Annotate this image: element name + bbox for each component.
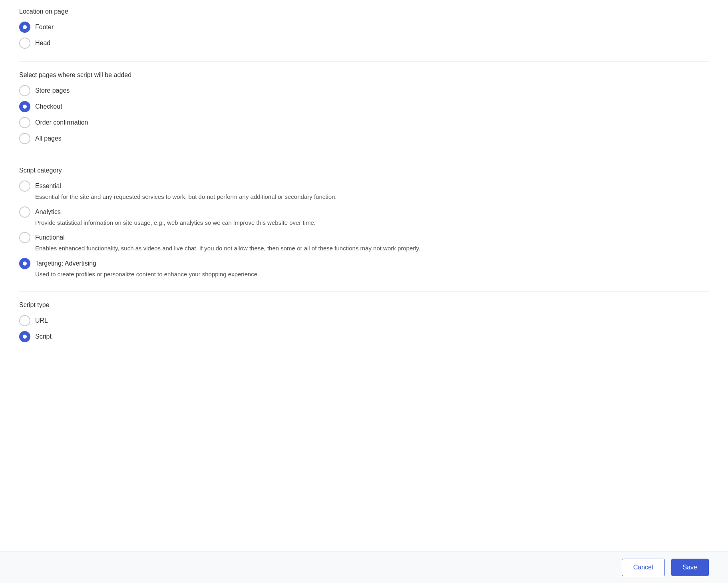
radio-desc-targeting: Used to create profiles or personalize c… (35, 270, 709, 279)
script-category-radio-group: Essential Essential for the site and any… (19, 180, 709, 279)
script-type-radio-group: URL Script (19, 315, 709, 342)
radio-label-script: Script (35, 333, 52, 340)
select-pages-title: Select pages where script will be added (19, 71, 709, 79)
radio-functional[interactable] (19, 232, 30, 243)
radio-desc-functional: Enables enhanced functionality, such as … (35, 244, 709, 253)
radio-row-footer[interactable]: Footer (19, 22, 709, 33)
divider-1 (19, 61, 709, 62)
save-button[interactable]: Save (671, 559, 709, 576)
divider-3 (19, 292, 709, 292)
radio-footer[interactable] (19, 22, 30, 33)
radio-row-essential[interactable]: Essential (19, 180, 709, 192)
radio-item-analytics: Analytics Provide statistical informatio… (19, 206, 709, 228)
radio-item-head: Head (19, 38, 709, 49)
radio-row-functional[interactable]: Functional (19, 232, 709, 243)
radio-label-all-pages: All pages (35, 135, 62, 142)
radio-row-all-pages[interactable]: All pages (19, 133, 709, 144)
script-category-title: Script category (19, 167, 709, 174)
location-on-page-title: Location on page (19, 8, 709, 15)
radio-desc-analytics: Provide statistical information on site … (35, 218, 709, 228)
radio-item-url: URL (19, 315, 709, 326)
location-radio-group: Footer Head (19, 22, 709, 49)
radio-row-order-confirmation[interactable]: Order confirmation (19, 117, 709, 128)
radio-row-targeting[interactable]: Targeting; Advertising (19, 258, 709, 269)
radio-label-targeting: Targeting; Advertising (35, 260, 96, 267)
radio-url[interactable] (19, 315, 30, 326)
script-category-section: Script category Essential Essential for … (19, 167, 709, 279)
radio-essential[interactable] (19, 180, 30, 192)
script-type-section: Script type URL Script (19, 301, 709, 342)
radio-item-all-pages: All pages (19, 133, 709, 144)
radio-item-store-pages: Store pages (19, 85, 709, 96)
radio-item-targeting: Targeting; Advertising Used to create pr… (19, 258, 709, 279)
radio-checkout[interactable] (19, 101, 30, 112)
radio-label-checkout: Checkout (35, 103, 62, 110)
radio-row-script[interactable]: Script (19, 331, 709, 342)
radio-desc-essential: Essential for the site and any requested… (35, 192, 709, 202)
radio-label-url: URL (35, 317, 48, 324)
radio-analytics[interactable] (19, 206, 30, 218)
radio-row-url[interactable]: URL (19, 315, 709, 326)
radio-script[interactable] (19, 331, 30, 342)
radio-label-store-pages: Store pages (35, 87, 70, 94)
radio-row-head[interactable]: Head (19, 38, 709, 49)
radio-item-functional: Functional Enables enhanced functionalit… (19, 232, 709, 253)
radio-item-checkout: Checkout (19, 101, 709, 112)
divider-2 (19, 157, 709, 157)
select-pages-radio-group: Store pages Checkout Order confirmation (19, 85, 709, 144)
radio-label-analytics: Analytics (35, 208, 61, 216)
select-pages-section: Select pages where script will be added … (19, 71, 709, 144)
location-on-page-section: Location on page Footer Head (19, 8, 709, 49)
radio-head[interactable] (19, 38, 30, 49)
radio-row-checkout[interactable]: Checkout (19, 101, 709, 112)
radio-item-essential: Essential Essential for the site and any… (19, 180, 709, 202)
radio-item-footer: Footer (19, 22, 709, 33)
radio-store-pages[interactable] (19, 85, 30, 96)
radio-order-confirmation[interactable] (19, 117, 30, 128)
script-type-title: Script type (19, 301, 709, 309)
radio-item-order-confirmation: Order confirmation (19, 117, 709, 128)
radio-item-script: Script (19, 331, 709, 342)
radio-all-pages[interactable] (19, 133, 30, 144)
radio-row-analytics[interactable]: Analytics (19, 206, 709, 218)
radio-row-store-pages[interactable]: Store pages (19, 85, 709, 96)
radio-label-order-confirmation: Order confirmation (35, 119, 88, 126)
page-wrapper: Location on page Footer Head (0, 0, 728, 583)
radio-label-essential: Essential (35, 182, 61, 190)
radio-targeting[interactable] (19, 258, 30, 269)
footer-bar: Cancel Save (0, 551, 728, 583)
radio-label-footer: Footer (35, 24, 54, 31)
cancel-button[interactable]: Cancel (622, 559, 665, 576)
radio-label-functional: Functional (35, 234, 65, 241)
radio-label-head: Head (35, 40, 50, 47)
content-area: Location on page Footer Head (0, 0, 728, 403)
